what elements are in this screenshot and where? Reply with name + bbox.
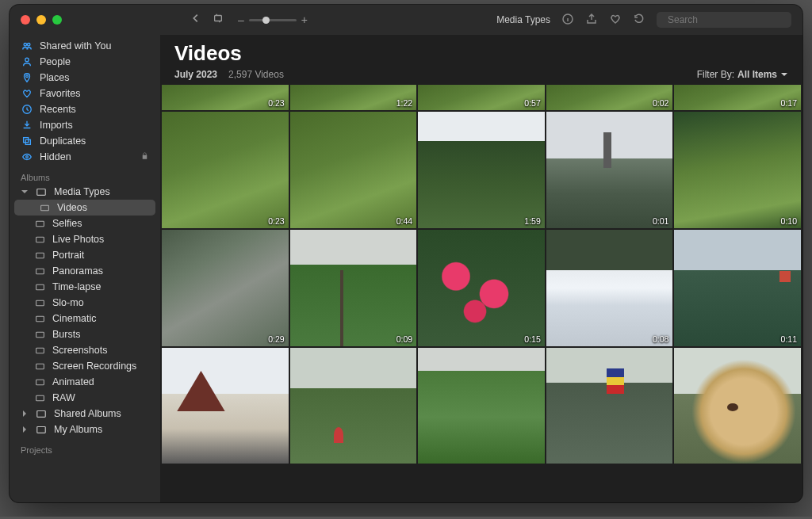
video-thumbnail[interactable]: 0:08	[546, 230, 673, 346]
rotate-icon[interactable]	[633, 13, 645, 28]
back-button[interactable]	[190, 13, 201, 27]
duration-label: 0:57	[524, 98, 540, 108]
svg-rect-23	[36, 380, 44, 385]
titlebar: – + Media Types	[10, 5, 802, 35]
pin-icon	[21, 72, 33, 83]
video-thumbnail[interactable]: 0:29	[162, 230, 289, 346]
sidebar-item-people[interactable]: People	[10, 54, 160, 70]
duration-label: 0:44	[396, 216, 412, 226]
date-label: July 2023	[174, 69, 217, 80]
svg-rect-24	[36, 395, 44, 401]
sidebar-my-albums[interactable]: My Albums	[10, 422, 160, 437]
video-thumbnail[interactable]: 1:22	[290, 85, 417, 110]
video-thumbnail[interactable]: 0:57	[418, 85, 545, 110]
sidebar-item-hidden[interactable]: Hidden	[10, 149, 160, 165]
svg-point-5	[25, 58, 29, 61]
sidebar-media-screenshots[interactable]: Screenshots	[10, 342, 160, 358]
video-thumbnail[interactable]: 0:23	[162, 112, 289, 228]
fullscreen-window-button[interactable]	[52, 15, 62, 25]
favorite-icon[interactable]	[609, 13, 622, 28]
sidebar-media-videos[interactable]: Videos	[14, 200, 155, 216]
sidebar-item-places[interactable]: Places	[10, 70, 160, 86]
video-thumbnail[interactable]: 0:01	[546, 112, 673, 228]
video-thumbnail[interactable]: 0:02	[546, 85, 673, 110]
sidebar-media-animated[interactable]: Animated	[10, 374, 160, 390]
video-thumbnail[interactable]: 0:44	[290, 112, 417, 228]
duration-label: 0:23	[268, 216, 284, 226]
close-window-button[interactable]	[21, 15, 30, 25]
svg-point-6	[26, 75, 29, 78]
video-thumbnail[interactable]: 0:23	[162, 85, 289, 110]
sidebar-media-selfies[interactable]: Selfies	[10, 216, 160, 231]
search-input[interactable]	[668, 14, 787, 25]
sidebar-item-duplicates[interactable]: Duplicates	[10, 133, 160, 149]
media-type-icon	[33, 219, 46, 229]
video-thumbnail[interactable]	[674, 348, 801, 464]
minimize-window-button[interactable]	[36, 15, 46, 25]
media-type-icon	[33, 235, 46, 245]
video-thumbnail[interactable]: 0:15	[418, 230, 545, 346]
duration-label: 0:29	[268, 334, 284, 344]
sidebar-media-time-lapse[interactable]: Time-lapse	[10, 279, 160, 295]
duration-label: 1:22	[396, 98, 412, 108]
svg-rect-13	[36, 221, 44, 227]
crop-icon[interactable]	[213, 13, 224, 27]
sidebar-media-slo-mo[interactable]: Slo-mo	[10, 295, 160, 311]
sidebar-media-panoramas[interactable]: Panoramas	[10, 263, 160, 279]
people-icon	[21, 40, 33, 52]
media-type-icon	[33, 345, 46, 356]
svg-rect-20	[36, 332, 44, 338]
sidebar-media-screen-recordings[interactable]: Screen Recordings	[10, 358, 160, 374]
video-thumbnail[interactable]: 0:09	[290, 230, 417, 346]
svg-rect-18	[36, 300, 44, 306]
filter-dropdown[interactable]: Filter By: All Items	[697, 69, 788, 80]
search-box[interactable]	[657, 12, 791, 28]
sidebar-media-cinematic[interactable]: Cinematic	[10, 311, 160, 326]
sidebar-item-shared-with-you[interactable]: Shared with You	[10, 38, 160, 54]
sidebar-item-favorites[interactable]: Favorites	[10, 86, 160, 101]
sidebar-media-live-photos[interactable]: Live Photos	[10, 231, 160, 247]
zoom-slider[interactable]: – +	[238, 13, 308, 26]
video-thumbnail[interactable]	[546, 348, 673, 464]
video-thumbnail[interactable]	[418, 348, 545, 464]
sidebar-media-bursts[interactable]: Bursts	[10, 326, 160, 342]
folder-icon	[35, 186, 48, 197]
video-thumbnail[interactable]: 1:59	[418, 112, 545, 228]
duration-label: 0:02	[653, 98, 668, 108]
sidebar-item-imports[interactable]: Imports	[10, 117, 160, 133]
video-thumbnail[interactable]: 0:17	[674, 85, 801, 110]
share-icon[interactable]	[585, 13, 598, 28]
media-types-dropdown[interactable]: Media Types	[496, 14, 550, 25]
info-icon[interactable]	[561, 13, 574, 28]
svg-rect-12	[40, 205, 48, 211]
window-controls	[21, 15, 62, 25]
sidebar-media-portrait[interactable]: Portrait	[10, 247, 160, 263]
sidebar-item-recents[interactable]: Recents	[10, 101, 160, 117]
duration-label: 0:11	[781, 334, 797, 344]
svg-rect-14	[36, 237, 44, 242]
video-thumbnail[interactable]	[162, 348, 289, 464]
page-title: Videos	[174, 41, 788, 66]
chevron-right-icon	[21, 410, 29, 418]
svg-point-3	[24, 44, 27, 47]
svg-rect-26	[37, 427, 46, 433]
svg-rect-0	[215, 16, 222, 21]
sidebar-media-raw[interactable]: RAW	[10, 390, 160, 406]
sidebar: Shared with YouPeoplePlacesFavoritesRece…	[10, 35, 160, 502]
video-thumbnail[interactable]: 0:11	[674, 230, 801, 346]
albums-icon	[35, 424, 48, 435]
video-thumbnail[interactable]	[290, 348, 417, 464]
main-content: Videos July 2023 2,597 Videos Filter By:…	[160, 35, 802, 502]
duration-label: 0:08	[653, 334, 668, 344]
sidebar-media-types[interactable]: Media Types	[10, 184, 160, 200]
eye-icon	[21, 151, 33, 162]
projects-section-header: Projects	[10, 437, 160, 456]
video-thumbnail[interactable]: 0:10	[674, 112, 801, 228]
sidebar-shared-albums[interactable]: Shared Albums	[10, 406, 160, 422]
media-type-icon	[33, 298, 46, 308]
media-type-icon	[38, 203, 51, 213]
svg-rect-22	[36, 364, 44, 369]
chevron-down-icon	[21, 188, 29, 196]
svg-rect-21	[36, 348, 44, 353]
svg-point-10	[26, 156, 29, 158]
